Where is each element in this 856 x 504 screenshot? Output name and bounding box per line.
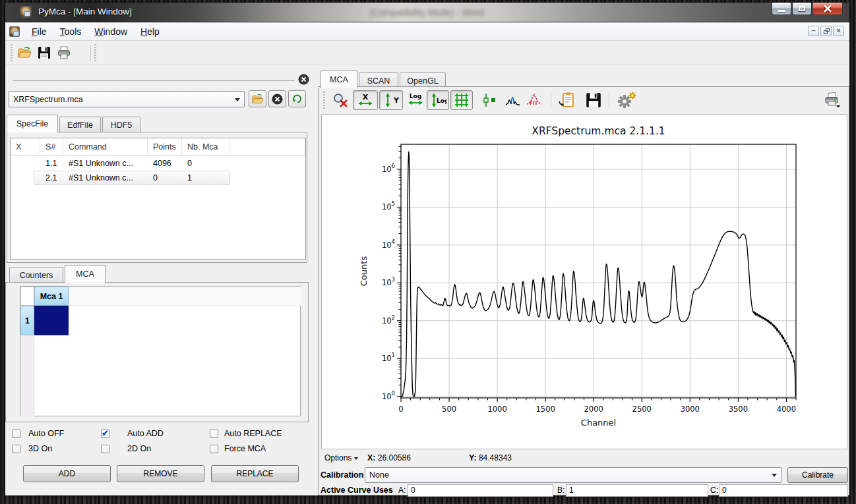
log-x-icon: Log: [407, 92, 424, 109]
grid-button[interactable]: [450, 90, 473, 110]
points-toggle-button[interactable]: [481, 90, 501, 110]
checkbox-4[interactable]: [101, 445, 109, 453]
dock-close-button[interactable]: [298, 74, 309, 88]
x-autoscale-icon: X: [356, 92, 375, 108]
calibration-label: Calibration: [321, 470, 363, 480]
svg-text:Y: Y: [393, 96, 400, 105]
fit-button[interactable]: FIT: [524, 90, 544, 110]
scan-table[interactable]: X S# Command Points Nb. Mca 1.1 #S1 Unkn…: [10, 138, 306, 260]
checkbox-label-force-mca: Force MCA: [224, 444, 266, 453]
svg-text:1000: 1000: [487, 405, 506, 414]
active-curve-label: Active Curve Uses: [321, 486, 393, 495]
minimize-icon: [778, 10, 785, 12]
combo-arrow-icon: [772, 474, 777, 477]
source-reload-button[interactable]: [288, 90, 306, 107]
main-toolbar: [5, 41, 849, 65]
clipboard-icon: [558, 92, 576, 109]
svg-text:FIT: FIT: [530, 101, 537, 106]
close-circle-icon: [298, 74, 309, 85]
col-header-nbmca[interactable]: Nb. Mca: [182, 138, 229, 155]
spectrum-plot[interactable]: 0500100015002000250030003500400010010110…: [321, 114, 847, 449]
title-bar[interactable]: (Compatibility Mode) - Word PyMca - [Mai…: [5, 3, 849, 22]
checkbox-0[interactable]: [12, 430, 20, 438]
mdi-minimize-button[interactable]: –: [808, 26, 819, 36]
calibrate-button[interactable]: Calibrate: [787, 467, 848, 483]
y-autoscale-button[interactable]: Y: [379, 90, 403, 110]
save-plot-button[interactable]: [584, 90, 603, 110]
checkbox-5[interactable]: [210, 445, 218, 453]
menu-file[interactable]: File: [25, 24, 53, 40]
c-value-field[interactable]: 0: [719, 484, 848, 497]
toolbar-handle-2[interactable]: [94, 44, 96, 61]
tab-edffile[interactable]: EdfFile: [59, 117, 101, 132]
spectrum-plot-svg[interactable]: 0500100015002000250030003500400010010110…: [322, 115, 847, 449]
mca-selected-cell[interactable]: [34, 306, 69, 335]
log-y-button[interactable]: Log: [427, 90, 449, 110]
svg-text:2000: 2000: [584, 405, 603, 414]
b-value-field[interactable]: 1: [566, 484, 708, 497]
mca-corner-cell: [20, 287, 34, 306]
mca-column-header[interactable]: Mca 1: [34, 287, 69, 306]
gear-icon: [616, 91, 637, 109]
svg-text:1500: 1500: [536, 405, 555, 414]
maximize-button[interactable]: [792, 3, 812, 15]
scan-table-header[interactable]: X S# Command Points Nb. Mca: [11, 138, 305, 156]
menu-help[interactable]: Help: [134, 24, 166, 40]
source-open-button[interactable]: [249, 90, 266, 107]
table-row[interactable]: 1.1 #S1 Unknown c... 4096 0: [11, 156, 305, 171]
log-x-button[interactable]: Log: [406, 90, 425, 110]
col-header-points[interactable]: Points: [148, 138, 182, 155]
close-button[interactable]: [812, 3, 843, 15]
col-header-x[interactable]: X: [11, 138, 40, 155]
x-autoscale-button[interactable]: X: [353, 90, 378, 110]
zoom-reset-icon: [332, 92, 348, 108]
options-button[interactable]: Options: [324, 453, 358, 462]
print-plot-button[interactable]: [822, 90, 842, 110]
open-folder-icon: [251, 94, 264, 105]
add-button[interactable]: ADD: [23, 465, 111, 482]
zoom-reset-button[interactable]: [330, 90, 350, 110]
checkbox-label-auto-off: Auto OFF: [28, 429, 64, 438]
svg-text:Log: Log: [437, 98, 446, 104]
tab-counters[interactable]: Counters: [9, 267, 63, 283]
replace-button[interactable]: REPLACE: [211, 465, 299, 482]
minimize-button[interactable]: [772, 3, 791, 15]
tab-hdf5[interactable]: HDF5: [102, 117, 140, 132]
a-value-field[interactable]: 0: [408, 484, 553, 497]
checkbox-1[interactable]: [101, 430, 109, 438]
tab-specfile[interactable]: SpecFile: [7, 115, 58, 132]
tab-plot-mca[interactable]: MCA: [321, 70, 357, 88]
mdi-close-button[interactable]: ×: [833, 26, 844, 36]
mdi-restore-button[interactable]: [820, 26, 832, 36]
checkbox-3[interactable]: [12, 445, 20, 453]
plugins-button[interactable]: [614, 90, 639, 110]
calibration-combobox[interactable]: None: [365, 467, 781, 483]
source-close-button[interactable]: [268, 90, 286, 107]
clipboard-button[interactable]: [556, 90, 578, 110]
svg-text:0: 0: [398, 405, 403, 414]
svg-text:XRFSpectrum.mca 2.1.1.1: XRFSpectrum.mca 2.1.1.1: [532, 125, 665, 137]
print-button[interactable]: [55, 44, 73, 61]
col-header-s[interactable]: S#: [40, 138, 63, 155]
plot-toolbar-handle[interactable]: [323, 92, 325, 109]
col-header-command[interactable]: Command: [63, 138, 148, 155]
printer-icon: [824, 92, 841, 109]
mca-row-header[interactable]: 1: [20, 306, 34, 335]
remove-button[interactable]: REMOVE: [117, 465, 204, 482]
open-file-button[interactable]: [16, 44, 33, 61]
cursor-y-readout: Y: 84.48343: [469, 453, 512, 462]
checkbox-2[interactable]: [210, 430, 218, 438]
refresh-icon: [291, 93, 303, 105]
menu-window[interactable]: Window: [88, 24, 134, 40]
printer-icon: [57, 46, 71, 59]
smoothing-button[interactable]: [503, 90, 523, 110]
source-file-combobox[interactable]: XRFSpectrum.mca: [9, 91, 245, 107]
save-floppy-icon: [38, 46, 51, 59]
table-row-selected[interactable]: 2.1 #S1 Unknown c... 0 1: [11, 171, 305, 185]
save-button[interactable]: [36, 44, 53, 61]
svg-text:3500: 3500: [729, 405, 748, 414]
tab-mca[interactable]: MCA: [65, 265, 106, 283]
toolbar-handle[interactable]: [11, 44, 13, 61]
menu-tools[interactable]: Tools: [53, 24, 88, 40]
mca-selection-table[interactable]: Mca 1 1: [20, 286, 301, 416]
